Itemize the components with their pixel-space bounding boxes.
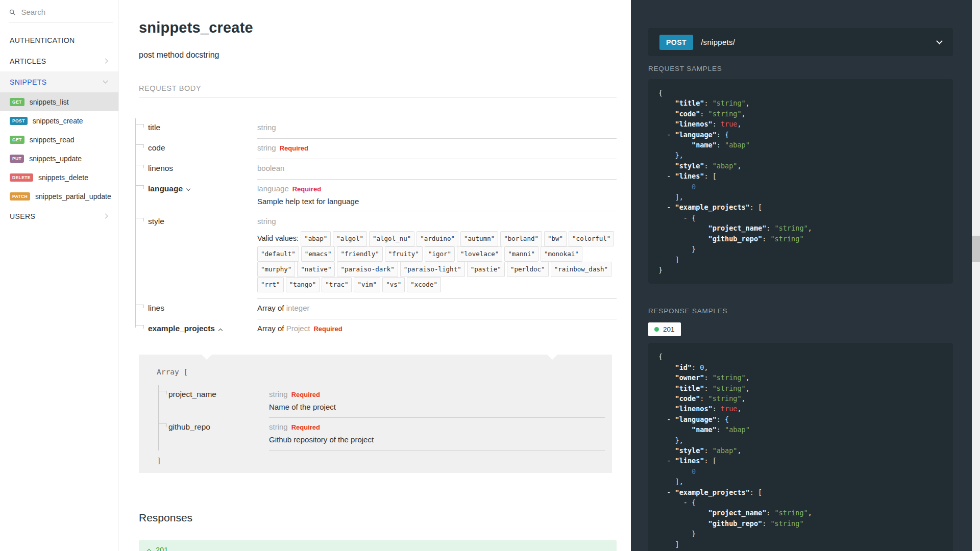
field-type-line: stringRequired — [269, 390, 605, 399]
method-badge-get: GET — [10, 98, 24, 106]
endpoint-path: /snippets/ — [701, 38, 735, 46]
valid-value-chip: "arduino" — [416, 231, 458, 246]
code-line: - "language": { — [658, 130, 943, 140]
search-icon — [9, 9, 15, 16]
field-type: integer — [286, 304, 310, 312]
code-line: ] — [658, 255, 943, 265]
code-line: "linenos": true, — [658, 119, 943, 129]
chevron-right-icon — [103, 214, 108, 219]
field-row-style: stylestringValid values: "abap""algol""a… — [135, 212, 617, 299]
field-row-example_projects: example_projectsArray of ProjectRequired — [135, 319, 617, 339]
example-projects-expanded-panel: Array [ project_namestringRequiredName o… — [139, 355, 612, 473]
code-line: "github_repo": "string" — [658, 234, 943, 244]
code-line: "project_name": "string", — [658, 508, 943, 518]
valid-value-chip: "murphy" — [257, 262, 295, 277]
panel-notch — [547, 355, 557, 360]
field-row-lines: linesArray of integer — [135, 299, 617, 319]
sidebar-item-snippets_read[interactable]: GETsnippets_read — [0, 130, 118, 149]
endpoint-dropdown[interactable]: POST /snippets/ — [648, 28, 953, 56]
field-type-line: stringRequired — [257, 143, 617, 153]
field-name-label: language — [148, 184, 183, 193]
field-info: stringRequiredName of the project — [269, 385, 605, 418]
sidebar-section-label: AUTHENTICATION — [10, 36, 75, 44]
code-line: "id": 0, — [658, 362, 943, 372]
field-row-linenos: linenosboolean — [135, 159, 617, 180]
field-type: string — [257, 123, 276, 132]
valid-value-chip: "xcode" — [407, 277, 441, 292]
required-badge: Required — [280, 144, 308, 152]
chevron-up-icon — [147, 549, 151, 551]
method-badge-get: GET — [10, 136, 24, 144]
sidebar-section-label: USERS — [10, 212, 35, 220]
field-name-code: code — [148, 139, 257, 159]
code-line: } — [658, 265, 943, 275]
code-line: - { — [658, 213, 943, 223]
field-name-label: linenos — [148, 164, 173, 172]
sidebar-section-authentication[interactable]: AUTHENTICATION — [0, 30, 118, 51]
field-row-github_repo: github_repostringRequiredGithub reposito… — [158, 418, 605, 450]
code-line: } — [658, 244, 943, 254]
field-info: string — [257, 118, 617, 139]
search-input[interactable] — [20, 7, 113, 17]
sidebar-item-label: snippets_read — [30, 136, 75, 144]
field-name-label: project_name — [168, 390, 216, 398]
response-tab-label: 201 — [663, 325, 675, 333]
valid-value-chip: "abap" — [301, 231, 331, 246]
search-box[interactable] — [9, 7, 113, 22]
field-type: Project — [286, 324, 310, 333]
valid-value-chip: "bw" — [544, 231, 567, 246]
valid-value-chip: "paraiso-light" — [400, 262, 465, 277]
field-type: string — [269, 422, 288, 431]
response-sample-tab-201[interactable]: 201 — [648, 322, 681, 336]
valid-value-chip: "default" — [257, 246, 299, 262]
code-line: - "example_projects": [ — [658, 487, 943, 497]
array-open-bracket: Array [ — [157, 368, 605, 376]
field-help-text: Sample help text for language — [257, 197, 617, 206]
code-line: "github_repo": "string" — [658, 518, 943, 529]
response-201-bar[interactable]: 201 — [139, 540, 617, 551]
field-type: string — [257, 217, 276, 226]
field-name-example_projects[interactable]: example_projects — [148, 319, 257, 339]
chevron-up-icon — [218, 329, 223, 333]
field-name-label: lines — [148, 304, 164, 312]
code-line: - { — [658, 497, 943, 508]
valid-value-chip: "monokai" — [541, 246, 582, 262]
valid-value-chip: "manni" — [504, 246, 538, 262]
sidebar-item-snippets_partial_update[interactable]: PATCHsnippets_partial_update — [0, 187, 118, 206]
sidebar-item-label: snippets_list — [30, 98, 69, 106]
field-name-title: title — [148, 118, 257, 139]
code-line: - "lines": [ — [658, 171, 943, 181]
valid-value-chip: "igor" — [425, 246, 455, 262]
field-info: boolean — [257, 159, 617, 180]
sidebar-item-snippets_delete[interactable]: DELETEsnippets_delete — [0, 168, 118, 187]
field-name-label: github_repo — [168, 422, 210, 431]
field-type: boolean — [257, 164, 284, 172]
sidebar-item-label: snippets_delete — [38, 173, 88, 182]
field-type-prefix: Array of — [257, 304, 286, 312]
field-help-text: Github repository of the project — [269, 435, 605, 444]
page-scrollbar-thumb[interactable] — [972, 236, 980, 262]
page-scrollbar-track[interactable] — [972, 0, 980, 551]
valid-value-chip: "lovelace" — [457, 246, 502, 262]
valid-value-chip: "fruity" — [385, 246, 423, 262]
field-row-language: languagelanguageRequiredSample help text… — [135, 180, 617, 212]
response-status-code: 201 — [156, 546, 168, 551]
sidebar-item-snippets_list[interactable]: GETsnippets_list — [0, 92, 118, 111]
sidebar-item-snippets_update[interactable]: PUTsnippets_update — [0, 149, 118, 168]
sidebar-section-label: ARTICLES — [10, 57, 46, 65]
sidebar-section-snippets[interactable]: SNIPPETS — [0, 71, 118, 92]
valid-value-chip: "autumn" — [460, 231, 498, 246]
code-line: "linenos": true, — [658, 404, 943, 414]
field-name-language[interactable]: language — [148, 180, 257, 212]
sidebar-item-snippets_create[interactable]: POSTsnippets_create — [0, 111, 118, 130]
valid-value-chip: "paraiso-dark" — [337, 262, 398, 277]
code-line: ], — [658, 192, 943, 202]
valid-value-chip: "colorful" — [569, 231, 614, 246]
valid-value-chip: "trac" — [322, 277, 352, 292]
samples-panel: POST /snippets/ REQUEST SAMPLES { "title… — [631, 0, 972, 551]
valid-values-label: Valid values: — [257, 234, 301, 242]
sidebar-section-articles[interactable]: ARTICLES — [0, 51, 118, 71]
code-line: "style": "abap", — [658, 161, 943, 171]
sidebar-section-users[interactable]: USERS — [0, 206, 118, 227]
page-title: snippets_create — [139, 19, 617, 36]
